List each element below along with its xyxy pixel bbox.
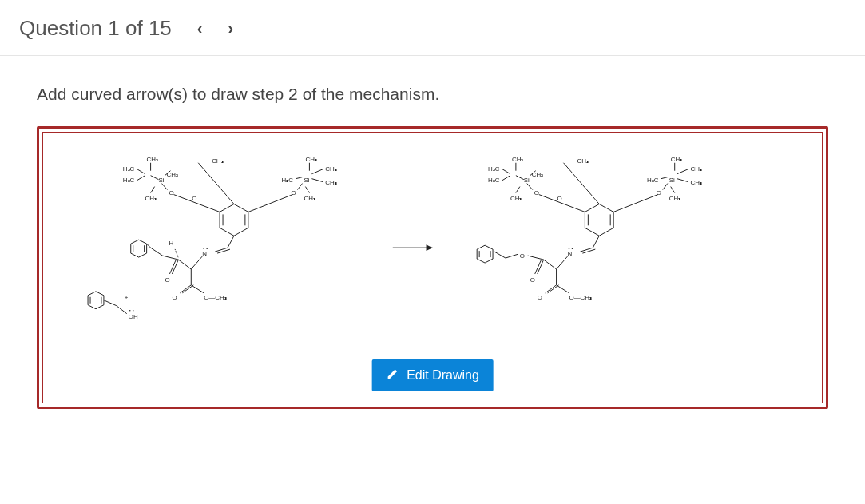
- label-o: O: [557, 195, 562, 202]
- svg-line-31: [174, 248, 178, 258]
- label-si: Si: [524, 177, 530, 184]
- svg-line-64: [593, 236, 599, 248]
- label-o: O: [192, 195, 196, 202]
- svg-line-51: [516, 187, 520, 193]
- pencil-icon: [386, 367, 399, 383]
- question-header: Question 1 of 15 ‹ ›: [0, 0, 865, 56]
- svg-line-72: [548, 285, 559, 293]
- svg-point-23: [203, 248, 204, 249]
- label-o: O: [538, 294, 542, 301]
- svg-line-66: [582, 249, 595, 253]
- label-ch3: CH₃: [145, 195, 157, 202]
- label-ch3: CH₃: [510, 195, 522, 202]
- question-content: Add curved arrow(s) to draw step 2 of th…: [0, 56, 865, 425]
- svg-line-62: [564, 163, 600, 204]
- label-o: O: [520, 252, 525, 260]
- svg-line-21: [215, 248, 228, 252]
- edit-drawing-label: Edit Drawing: [407, 368, 479, 383]
- label-o: O: [169, 189, 173, 196]
- svg-line-42: [117, 306, 127, 314]
- svg-line-35: [151, 248, 163, 256]
- label-n: N: [568, 250, 573, 257]
- svg-line-48: [516, 176, 524, 180]
- label-och3: O—CH₃: [204, 294, 227, 301]
- drawing-area[interactable]: CH₃ H₃C H₃C CH₃ CH₃ Si O: [42, 132, 823, 403]
- svg-line-25: [191, 256, 202, 269]
- label-o: O: [530, 276, 535, 284]
- label-ch3: CH₃: [671, 156, 682, 163]
- tbs-left-2: CH₃ H₃C CH₃ CH₃ CH₃ Si O: [282, 156, 337, 202]
- svg-line-27: [180, 285, 191, 293]
- label-plus: +: [125, 294, 129, 301]
- svg-line-22: [217, 249, 230, 253]
- svg-line-29: [191, 285, 204, 293]
- prev-question-button[interactable]: ‹: [197, 19, 203, 38]
- label-h3c: H₃C: [647, 177, 659, 184]
- label-h3c: H₃C: [488, 165, 500, 173]
- label-ch3: CH₃: [669, 195, 680, 202]
- svg-line-46: [502, 169, 510, 174]
- label-ch3: CH₃: [212, 157, 223, 165]
- label-ch3: CH₃: [166, 171, 177, 178]
- label-h3c: H₃C: [282, 177, 294, 184]
- svg-line-65: [580, 248, 593, 252]
- svg-line-55: [677, 179, 688, 182]
- svg-line-73: [557, 285, 569, 293]
- svg-point-68: [572, 248, 573, 249]
- svg-line-79: [494, 252, 506, 258]
- edit-drawing-button[interactable]: Edit Drawing: [371, 359, 494, 391]
- svg-point-24: [206, 248, 208, 249]
- reaction-arrowhead: [427, 244, 433, 251]
- svg-line-8: [296, 177, 303, 179]
- svg-line-9: [311, 169, 323, 174]
- svg-marker-58: [585, 204, 613, 236]
- svg-line-19: [248, 195, 293, 212]
- svg-line-74: [544, 260, 557, 269]
- svg-line-54: [677, 169, 688, 174]
- svg-line-63: [613, 195, 658, 212]
- svg-marker-13: [220, 204, 248, 236]
- svg-line-34: [163, 256, 179, 260]
- label-n: N: [202, 250, 207, 257]
- label-h3c: H₃C: [123, 177, 135, 184]
- label-o: O: [165, 276, 169, 284]
- svg-line-10: [311, 179, 323, 182]
- tbs-left-1: CH₃ H₃C H₃C CH₃ CH₃ Si O: [123, 156, 178, 202]
- svg-line-47: [502, 176, 510, 181]
- svg-point-44: [133, 310, 134, 312]
- label-h3c: H₃C: [488, 177, 500, 184]
- svg-line-5: [162, 184, 168, 190]
- label-ch3: CH₃: [325, 179, 336, 186]
- svg-line-2: [137, 176, 145, 181]
- svg-line-12: [305, 187, 309, 193]
- svg-point-67: [569, 248, 570, 249]
- drawing-frame: CH₃ H₃C H₃C CH₃ CH₃ Si O: [37, 126, 828, 409]
- label-h: H: [169, 240, 173, 247]
- label-h3c: H₃C: [123, 165, 135, 173]
- svg-line-57: [671, 187, 675, 193]
- next-question-button[interactable]: ›: [228, 19, 233, 38]
- label-ch3: CH₃: [691, 179, 702, 186]
- label-si: Si: [304, 177, 309, 184]
- svg-line-3: [151, 176, 159, 180]
- label-ch3: CH₃: [512, 156, 523, 163]
- label-ch3: CH₃: [325, 165, 336, 173]
- svg-line-77: [528, 256, 544, 260]
- svg-line-30: [178, 260, 191, 269]
- question-prompt: Add curved arrow(s) to draw step 2 of th…: [37, 85, 828, 104]
- svg-line-50: [527, 184, 533, 190]
- svg-line-18: [198, 163, 234, 204]
- label-ch3: CH₃: [147, 156, 158, 163]
- svg-line-1: [137, 169, 145, 174]
- label-ch3: CH₃: [532, 171, 543, 178]
- svg-line-53: [661, 177, 668, 179]
- svg-line-20: [228, 236, 234, 248]
- label-ch3: CH₃: [691, 165, 702, 173]
- right-product: CH₃ H₃C H₃C CH₃ CH₃ Si O: [477, 156, 702, 301]
- label-ch3: CH₃: [304, 195, 315, 202]
- svg-line-78: [506, 254, 518, 258]
- svg-line-28: [182, 285, 193, 293]
- label-oh: OH: [129, 313, 138, 320]
- svg-line-71: [546, 285, 557, 293]
- svg-line-69: [557, 256, 568, 269]
